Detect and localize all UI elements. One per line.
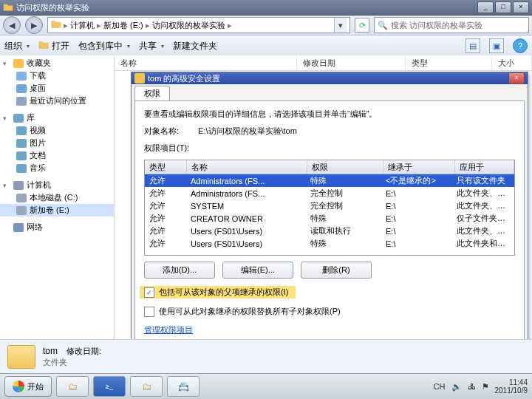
window-title: 访问权限的枚举实验	[16, 2, 476, 13]
permission-row[interactable]: 允许Administrators (FS...完全控制E:\此文件夹、子文件夹.…	[145, 187, 514, 200]
sidebar-item-desktop[interactable]: 桌面	[0, 82, 114, 95]
permission-list-label: 权限项目(T):	[144, 143, 515, 154]
music-icon	[16, 164, 27, 173]
taskbar: 开始 🗂 ≥_ 🗂 📇 CH 🔈 🖧 ⚑ 11:44 2011/10/9	[0, 373, 532, 399]
tray-icon[interactable]: 🔈	[451, 382, 462, 392]
download-icon	[16, 72, 27, 81]
disk-icon	[16, 206, 27, 215]
details-date-label: 修改日期:	[66, 347, 101, 355]
sidebar-group-computer[interactable]: ▾计算机	[0, 179, 114, 191]
col-perm[interactable]: 权限	[307, 160, 383, 174]
folder-icon	[38, 40, 49, 52]
column-date[interactable]: 修改日期	[297, 55, 406, 70]
breadcrumb-dropdown[interactable]: ▾	[334, 18, 347, 33]
search-input[interactable]: 🔍 搜索 访问权限的枚举实验	[374, 17, 529, 33]
sidebar-item-documents[interactable]: 文档	[0, 149, 114, 162]
details-name: tom	[43, 346, 58, 356]
col-inherited[interactable]: 继承于	[383, 160, 455, 174]
permission-row[interactable]: 允许CREATOR OWNER特殊E:\仅子文件夹和文件...	[145, 212, 514, 225]
recent-icon	[16, 97, 27, 106]
sidebar-item-videos[interactable]: 视频	[0, 124, 114, 137]
nav-back-button[interactable]: ◀	[3, 16, 21, 34]
folder-icon	[134, 73, 145, 83]
edit-button[interactable]: 编辑(E)...	[222, 262, 293, 279]
ime-indicator[interactable]: CH	[434, 382, 446, 391]
sidebar-item-disk-c[interactable]: 本地磁盘 (C:)	[0, 191, 114, 204]
manage-permissions-link[interactable]: 管理权限项目	[144, 324, 515, 335]
system-tray[interactable]: CH 🔈 🖧 ⚑ 11:44 2011/10/9	[434, 378, 528, 395]
breadcrumb-item[interactable]: 访问权限的枚举实验	[152, 20, 225, 31]
permissions-table[interactable]: 类型 名称 权限 继承于 应用于 允许Administrators (FS...…	[144, 160, 515, 256]
file-list-pane: 名称 修改日期 类型 大小 tom 的高级安全设置 × 权限 要查看或编辑权限项…	[115, 55, 532, 374]
object-name-value: E:\访问权限的枚举实验\tom	[198, 126, 297, 135]
new-folder-button[interactable]: 新建文件夹	[173, 40, 217, 52]
remove-button[interactable]: 删除(R)	[301, 262, 372, 279]
col-name[interactable]: 名称	[187, 160, 307, 174]
window-close-button[interactable]: ×	[513, 1, 529, 13]
help-button[interactable]: ?	[513, 38, 528, 53]
window-maximize-button[interactable]: □	[495, 1, 511, 13]
sidebar-item-pictures[interactable]: 图片	[0, 137, 114, 149]
folder-icon	[7, 345, 35, 369]
breadcrumb-item[interactable]: 新加卷 (E:)	[103, 20, 143, 31]
dialog-titlebar: tom 的高级安全设置 ×	[132, 72, 528, 84]
permission-row[interactable]: 允许Users (FS01\Users)特殊E:\此文件夹和子文件夹...	[145, 237, 514, 250]
taskbar-libraries-button[interactable]: 🗂	[56, 376, 89, 397]
permissions-header: 类型 名称 权限 继承于 应用于	[145, 160, 514, 174]
advanced-security-dialog: tom 的高级安全设置 × 权限 要查看或编辑权限项目的详细信息，请选择该项目并…	[131, 72, 528, 351]
sidebar-group-network[interactable]: 网络	[0, 221, 114, 233]
document-icon	[16, 151, 27, 160]
column-type[interactable]: 类型	[406, 55, 492, 70]
taskbar-powershell-button[interactable]: ≥_	[93, 376, 126, 397]
organize-menu[interactable]: 组织▾	[4, 40, 30, 52]
add-button[interactable]: 添加(D)...	[144, 262, 215, 279]
folder-icon	[51, 19, 61, 31]
windows-logo-icon	[13, 381, 24, 392]
sidebar-item-downloads[interactable]: 下载	[0, 69, 114, 82]
nav-forward-button[interactable]: ▶	[25, 16, 43, 34]
taskbar-clock[interactable]: 11:44 2011/10/9	[495, 378, 528, 395]
view-options-button[interactable]: ▤	[466, 38, 480, 53]
search-placeholder: 搜索 访问权限的枚举实验	[391, 20, 482, 31]
tab-permissions[interactable]: 权限	[134, 86, 170, 100]
col-type[interactable]: 类型	[145, 160, 187, 174]
sidebar-item-music[interactable]: 音乐	[0, 162, 114, 174]
search-icon: 🔍	[378, 21, 388, 30]
permission-row[interactable]: 允许Administrators (FS...特殊<不是继承的>只有该文件夹	[145, 174, 514, 187]
disk-icon	[16, 194, 27, 202]
breadcrumb[interactable]: ▸ 计算机 ▸ 新加卷 (E:) ▸ 访问权限的枚举实验 ▸ ▾	[47, 17, 350, 33]
window-minimize-button[interactable]: _	[477, 1, 494, 13]
folder-icon	[3, 2, 13, 13]
sidebar-group-favorites[interactable]: ▾收藏夹	[0, 57, 114, 69]
sidebar-group-libraries[interactable]: ▾库	[0, 112, 114, 124]
tray-icon[interactable]: 🖧	[468, 382, 476, 391]
open-button[interactable]: 打开	[38, 40, 69, 52]
replace-child-permissions-checkbox[interactable]: 使用可从此对象继承的权限替换所有子对象权限(P)	[144, 306, 515, 317]
taskbar-app-button[interactable]: 📇	[167, 376, 200, 397]
breadcrumb-item[interactable]: 计算机	[70, 20, 95, 31]
start-button[interactable]: 开始	[4, 376, 52, 397]
inherit-from-parent-checkbox[interactable]: ✓ 包括可从该对象的父项继承的权限(I)	[140, 286, 296, 299]
explorer-toolbar: 组织▾ 打开 包含到库中▾ 共享▾ 新建文件夹 ▤ ▣ ?	[0, 35, 532, 57]
computer-icon	[13, 181, 24, 190]
taskbar-explorer-button[interactable]: 🗂	[130, 376, 163, 397]
action-center-icon[interactable]: ⚑	[482, 382, 489, 392]
sidebar-item-recent[interactable]: 最近访问的位置	[0, 95, 114, 107]
library-icon	[13, 114, 24, 123]
share-menu[interactable]: 共享▾	[139, 40, 164, 52]
include-menu[interactable]: 包含到库中▾	[78, 40, 130, 52]
permission-row[interactable]: 允许SYSTEM完全控制E:\此文件夹、子文件夹...	[145, 200, 514, 212]
dialog-tabs: 权限	[132, 84, 528, 100]
dialog-close-button[interactable]: ×	[508, 72, 525, 84]
picture-icon	[16, 139, 27, 148]
permission-row[interactable]: 允许Users (FS01\Users)读取和执行E:\此文件夹、子文件夹...	[145, 225, 514, 237]
network-icon	[13, 223, 24, 232]
refresh-button[interactable]: ⟳	[355, 18, 369, 33]
preview-pane-button[interactable]: ▣	[489, 38, 504, 53]
col-apply[interactable]: 应用于	[455, 160, 514, 174]
sidebar-item-disk-e[interactable]: 新加卷 (E:)	[0, 204, 114, 216]
column-size[interactable]: 大小	[492, 55, 532, 70]
object-name-label: 对象名称:	[144, 126, 196, 137]
nav-sidebar: ▾收藏夹 下载 桌面 最近访问的位置 ▾库 视频 图片 文档 音乐 ▾计算机 本…	[0, 55, 115, 374]
column-name[interactable]: 名称	[115, 55, 297, 70]
